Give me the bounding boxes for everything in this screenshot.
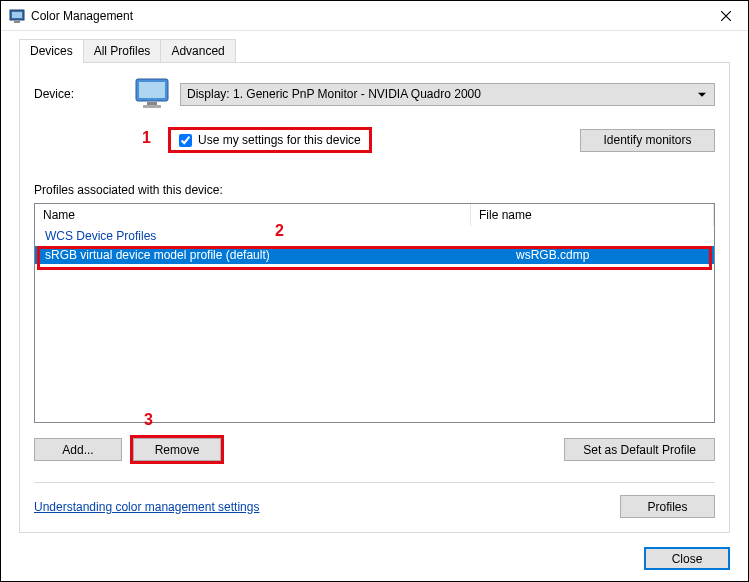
titlebar: Color Management — [1, 1, 748, 31]
device-row: Device: Display: 1. Generic PnP Monitor … — [34, 77, 715, 111]
remove-button[interactable]: Remove — [133, 438, 221, 461]
divider — [34, 482, 715, 483]
tab-devices[interactable]: Devices — [19, 39, 84, 63]
listview-body: WCS Device Profiles sRGB virtual device … — [35, 226, 714, 422]
row-name: sRGB virtual device model profile (defau… — [35, 248, 471, 262]
svg-rect-6 — [143, 105, 161, 108]
set-default-label: Set as Default Profile — [583, 443, 696, 457]
device-dropdown[interactable]: Display: 1. Generic PnP Monitor - NVIDIA… — [180, 83, 715, 106]
identify-monitors-button[interactable]: Identify monitors — [580, 129, 715, 152]
content-area: Devices All Profiles Advanced Device: Di… — [1, 31, 748, 547]
column-name[interactable]: Name — [35, 204, 471, 226]
set-default-button[interactable]: Set as Default Profile — [564, 438, 715, 461]
profiles-button-label: Profiles — [647, 500, 687, 514]
tabpanel-devices: Device: Display: 1. Generic PnP Monitor … — [19, 62, 730, 533]
understanding-link[interactable]: Understanding color management settings — [34, 500, 259, 514]
tab-advanced[interactable]: Advanced — [160, 39, 235, 63]
profiles-button[interactable]: Profiles — [620, 495, 715, 518]
use-settings-checkbox[interactable] — [179, 134, 192, 147]
callout-1: 1 — [142, 129, 151, 147]
identify-monitors-label: Identify monitors — [603, 133, 691, 147]
close-icon[interactable] — [703, 1, 748, 30]
highlight-remove: Remove — [130, 435, 224, 464]
column-name-label: Name — [43, 208, 75, 222]
dialog-buttons: Close — [1, 547, 748, 582]
add-button-label: Add... — [62, 443, 93, 457]
column-filename-label: File name — [479, 208, 532, 222]
profiles-listview[interactable]: Name File name 2 WCS Device Profiles sRG… — [34, 203, 715, 423]
footer-row: Understanding color management settings … — [34, 495, 715, 518]
action-row: Add... 3 Remove Set as Default Profile — [34, 435, 715, 464]
remove-button-label: Remove — [155, 443, 200, 457]
column-filename[interactable]: File name — [471, 204, 714, 226]
tab-all-profiles[interactable]: All Profiles — [83, 39, 162, 63]
monitor-icon — [134, 77, 170, 111]
svg-rect-2 — [14, 21, 20, 23]
listview-header: Name File name — [35, 204, 714, 226]
svg-rect-1 — [12, 12, 22, 18]
highlight-use-settings: Use my settings for this device — [168, 127, 372, 153]
app-icon — [9, 8, 25, 24]
device-label: Device: — [34, 87, 124, 101]
callout-3: 3 — [144, 411, 153, 429]
add-button[interactable]: Add... — [34, 438, 122, 461]
profiles-section-label: Profiles associated with this device: — [34, 183, 715, 197]
tab-advanced-label: Advanced — [171, 44, 224, 58]
device-selected-value: Display: 1. Generic PnP Monitor - NVIDIA… — [187, 87, 481, 101]
tab-devices-label: Devices — [30, 44, 73, 58]
use-settings-checkbox-wrap[interactable]: Use my settings for this device — [179, 133, 361, 147]
svg-rect-4 — [139, 82, 165, 98]
row-filename: wsRGB.cdmp — [471, 248, 714, 262]
list-group-wcs: WCS Device Profiles — [35, 226, 714, 246]
tabstrip: Devices All Profiles Advanced — [19, 39, 730, 63]
color-management-window: Color Management Devices All Profiles Ad… — [0, 0, 749, 582]
close-button[interactable]: Close — [644, 547, 730, 570]
window-title: Color Management — [31, 9, 703, 23]
table-row[interactable]: sRGB virtual device model profile (defau… — [35, 246, 714, 264]
close-button-label: Close — [672, 552, 703, 566]
settings-row: 1 Use my settings for this device Identi… — [168, 127, 715, 153]
use-settings-label: Use my settings for this device — [198, 133, 361, 147]
svg-rect-5 — [147, 102, 157, 105]
tab-all-profiles-label: All Profiles — [94, 44, 151, 58]
understanding-link-label: Understanding color management settings — [34, 500, 259, 514]
